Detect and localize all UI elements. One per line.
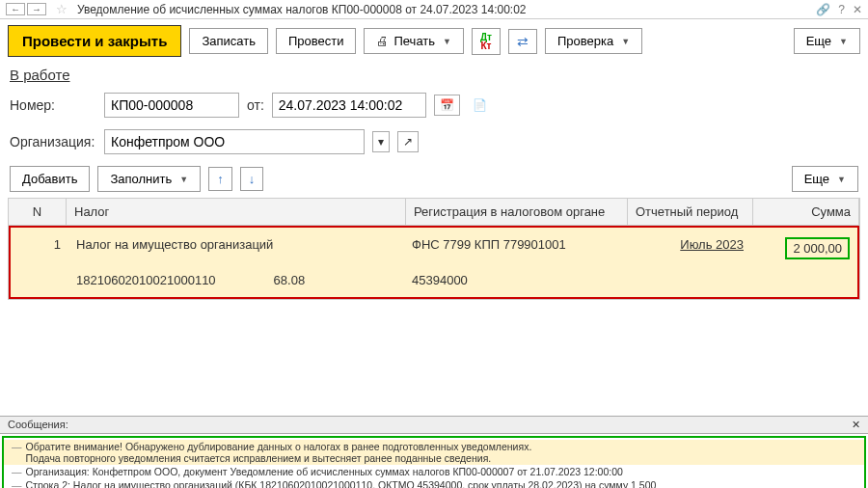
dash-icon: — xyxy=(12,466,22,477)
org-open-icon[interactable]: ↗ xyxy=(397,131,419,152)
date-field[interactable] xyxy=(272,93,426,118)
print-label: Печать xyxy=(393,34,435,48)
dtkt-button[interactable]: ДтКт xyxy=(472,28,501,55)
cell-oktmo: 45394000 xyxy=(404,266,626,297)
link-icon[interactable]: 🔗 xyxy=(816,3,830,16)
org-dropdown-icon[interactable]: ▾ xyxy=(372,131,390,152)
table-more-button[interactable]: Еще ▼ xyxy=(792,166,858,192)
cell-tax-codes: 18210602010021000110 68.08 xyxy=(68,266,404,297)
col-period: Отчетный период xyxy=(628,199,753,225)
number-row: Номер: от: 📅 📄 xyxy=(0,87,868,123)
calendar-icon[interactable]: 📅 xyxy=(434,95,460,116)
messages-title: Сообщения: xyxy=(8,419,68,431)
kbk-value: 18210602010021000110 xyxy=(76,273,216,287)
messages-header: Сообщения: ✕ xyxy=(0,416,868,434)
chevron-down-icon: ▼ xyxy=(621,37,630,46)
cell-reg: ФНС 7799 КПП 779901001 xyxy=(404,228,626,266)
number-field[interactable] xyxy=(104,93,239,118)
period-link[interactable]: Июль 2023 xyxy=(680,237,744,252)
printer-icon: 🖨 xyxy=(376,34,389,48)
org-row: Организация: ▾ ↗ xyxy=(0,123,868,160)
warn-text-2: Подача повторного уведомления считается … xyxy=(26,452,492,464)
fill-button[interactable]: Заполнить ▼ xyxy=(97,166,201,192)
nav-arrows: ← → xyxy=(6,3,46,15)
table-toolbar: Добавить Заполнить ▼ ↑ ↓ Еще ▼ xyxy=(0,160,868,198)
check-button[interactable]: Проверка ▼ xyxy=(545,28,642,54)
move-up-button[interactable]: ↑ xyxy=(208,167,232,191)
number-label: Номер: xyxy=(10,97,96,113)
cell-n: 1 xyxy=(11,228,68,266)
more-button[interactable]: Еще ▼ xyxy=(794,28,860,54)
post-and-close-button[interactable]: Провести и закрыть xyxy=(8,25,181,57)
help-icon[interactable]: ? xyxy=(838,3,845,16)
col-tax: Налог xyxy=(67,199,406,225)
cell-tax-name: Налог на имущество организаций xyxy=(68,228,404,266)
window-title: Уведомление об исчисленных суммах налого… xyxy=(77,3,816,16)
check-label: Проверка xyxy=(557,34,613,48)
window-controls: 🔗 ? ✕ xyxy=(816,3,862,16)
titlebar: ← → ☆ Уведомление об исчисленных суммах … xyxy=(0,0,868,19)
msg-2: Организация: Конфетпром ООО, документ Ув… xyxy=(26,466,623,477)
nav-fwd-icon[interactable]: → xyxy=(27,3,46,15)
tax-table: N Налог Регистрация в налоговом органе О… xyxy=(8,198,860,300)
nav-back-icon[interactable]: ← xyxy=(6,3,25,15)
table-more-label: Еще xyxy=(804,172,829,186)
main-toolbar: Провести и закрыть Записать Провести 🖨 П… xyxy=(0,19,868,63)
sum-value[interactable]: 2 000,00 xyxy=(785,237,850,259)
chevron-down-icon: ▼ xyxy=(839,37,848,46)
cell-period: Июль 2023 xyxy=(626,228,751,266)
chevron-down-icon: ▼ xyxy=(837,175,846,184)
chevron-down-icon: ▼ xyxy=(443,37,451,46)
col-sum: Сумма xyxy=(753,199,859,225)
message-line[interactable]: — Организация: Конфетпром ООО, документ … xyxy=(4,465,864,478)
warn-text-1: Обратите внимание! Обнаружено дублирован… xyxy=(26,441,532,452)
messages-close-icon[interactable]: ✕ xyxy=(852,419,860,431)
chevron-down-icon: ▼ xyxy=(179,175,188,184)
status-flag-icon[interactable]: 📄 xyxy=(468,95,492,115)
dash-icon: — xyxy=(12,441,22,452)
dtkt-icon: ДтКт xyxy=(480,33,492,50)
table-row[interactable]: 1 Налог на имущество организаций ФНС 779… xyxy=(9,226,859,299)
favorite-star-icon[interactable]: ☆ xyxy=(52,2,71,16)
table-header: N Налог Регистрация в налоговом органе О… xyxy=(9,199,859,226)
related-docs-button[interactable]: ⇄ xyxy=(508,29,537,54)
message-warning[interactable]: — Обратите внимание! Обнаружено дублиров… xyxy=(4,440,864,465)
col-n: N xyxy=(9,199,67,225)
col-reg: Регистрация в налоговом органе xyxy=(406,199,628,225)
dash-icon: — xyxy=(12,479,22,488)
from-label: от: xyxy=(247,97,264,113)
close-icon[interactable]: ✕ xyxy=(853,3,862,16)
messages-panel: — Обратите внимание! Обнаружено дублиров… xyxy=(2,436,866,488)
message-line[interactable]: — Строка 2: Налог на имущество организац… xyxy=(4,478,864,488)
write-button[interactable]: Записать xyxy=(189,28,268,54)
add-row-button[interactable]: Добавить xyxy=(10,166,90,192)
fill-label: Заполнить xyxy=(110,172,172,186)
org-field[interactable] xyxy=(104,129,365,154)
post-button[interactable]: Провести xyxy=(276,28,357,54)
cell-sum: 2 000,00 xyxy=(751,228,857,266)
acc-value: 68.08 xyxy=(274,273,306,287)
org-label: Организация: xyxy=(10,134,96,149)
related-icon: ⇄ xyxy=(517,34,529,49)
status-link[interactable]: В работе xyxy=(0,63,868,87)
print-button[interactable]: 🖨 Печать ▼ xyxy=(364,28,464,54)
more-label: Еще xyxy=(806,34,831,48)
move-down-button[interactable]: ↓ xyxy=(240,167,264,191)
msg-3: Строка 2: Налог на имущество организаций… xyxy=(26,479,657,488)
